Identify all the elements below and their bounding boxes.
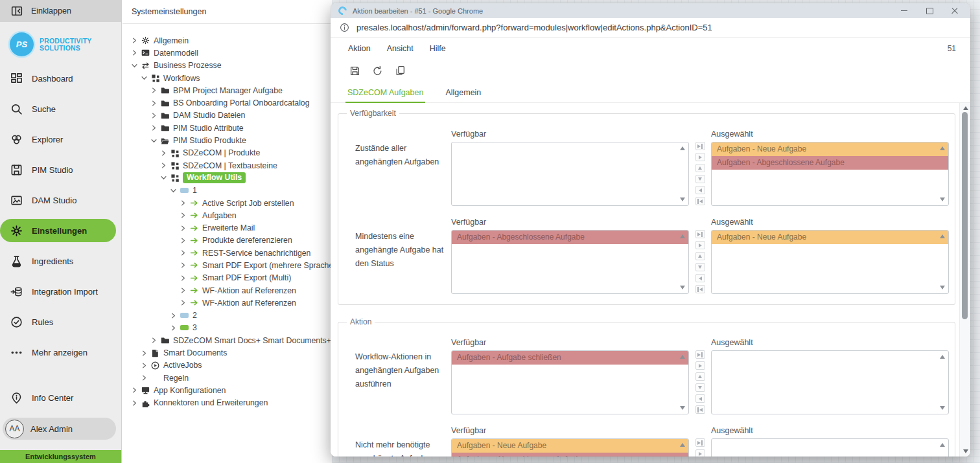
save-button[interactable] [346,63,363,80]
tree-node-wf-aktion-auf-referenzen[interactable]: WF-Aktion auf Referenzen [122,297,332,309]
move-right-button[interactable] [695,153,705,161]
minimize-button[interactable] [900,7,908,15]
chevron-right-icon[interactable] [180,300,186,306]
list-scroll-down-icon[interactable] [680,198,685,201]
tree-node-datenmodell[interactable]: Datenmodell [122,47,332,59]
menu-ansicht[interactable]: Ansicht [387,44,414,53]
chevron-right-icon[interactable] [151,337,157,343]
tree-node-sdzecom-produkte[interactable]: SDZeCOM | Produkte [122,147,332,159]
tree-node-workflow-utils[interactable]: Workflow Utils [122,172,332,184]
vertical-scrollbar[interactable] [959,103,970,457]
list-item[interactable]: Aufgaben - Abgeschlossene Aufgabe [452,453,688,457]
chevron-right-icon[interactable] [151,125,157,131]
list-item[interactable]: Aufgaben - Abgeschlossene Aufgabe [452,231,688,244]
move-all-left-button[interactable] [695,405,705,414]
list-scroll-up-icon[interactable] [680,443,685,447]
list-item[interactable]: Aufgaben - Aufgabe schließen [452,351,688,365]
move-down-button[interactable] [695,263,705,271]
tree-node-smart-pdf-export-multi[interactable]: Smart PDF Export (Multi) [122,272,332,284]
available-list[interactable]: Aufgaben - Aufgabe schließen [451,350,689,414]
list-scroll-up-icon[interactable] [940,146,945,150]
tree-node-workflows[interactable]: Workflows [122,72,332,84]
sidebar-item-dashboard[interactable]: Dashboard [0,67,116,90]
tree-node-wf-aktion-auf-referenzen[interactable]: WF-Aktion auf Referenzen [122,284,332,297]
tab-allgemein[interactable]: Allgemein [443,88,483,103]
move-all-right-button[interactable] [695,350,705,359]
list-item[interactable]: Aufgaben - Abgeschlossene Aufgabe [712,156,948,170]
move-up-button[interactable] [695,164,705,172]
url-bar[interactable]: presales.localhost/admin/forward.php?for… [331,18,970,38]
list-item[interactable]: Aufgaben - Neue Aufgabe [712,231,948,244]
sidebar-item-pim-studio[interactable]: PIM Studio [0,158,116,181]
move-left-button[interactable] [695,394,705,403]
list-item[interactable]: Aufgaben - Neue Aufgabe [452,439,688,453]
chevron-right-icon[interactable] [180,275,186,281]
collapse-button[interactable]: Einklappen [0,0,121,22]
chevron-right-icon[interactable] [141,350,147,356]
tree-node-pim-studio-produkte[interactable]: PIM Studio Produkte [122,134,332,146]
tree-node-sdzecom-smart-docs-smart-documents-element[interactable]: SDZeCOM Smart Docs+ Smart Documents+ Ele… [122,334,332,346]
tree-node-app-konfigurationen[interactable]: App Konfigurationen [122,384,332,396]
move-down-button[interactable] [695,175,705,183]
scroll-up-icon[interactable] [963,106,968,110]
selected-list[interactable]: Aufgaben - Neue Aufgabe [711,230,949,294]
list-scroll-down-icon[interactable] [940,198,945,201]
move-all-right-button[interactable] [695,142,705,150]
sidebar-item-integration-import[interactable]: Integration Import [0,280,116,303]
chevron-right-icon[interactable] [180,262,186,268]
move-left-button[interactable] [695,274,705,282]
list-scroll-up-icon[interactable] [680,234,685,238]
chevron-right-icon[interactable] [151,87,157,93]
chevron-right-icon[interactable] [180,250,186,256]
move-up-button[interactable] [695,372,705,381]
chevron-right-icon[interactable] [141,363,147,368]
chevron-right-icon[interactable] [132,50,137,56]
chevron-right-icon[interactable] [132,387,137,393]
chevron-right-icon[interactable] [161,163,167,168]
scrollbar-thumb[interactable] [962,112,968,319]
sidebar-item-info-center[interactable]: Info Center [0,387,121,409]
tab-sdzecom-aufgaben[interactable]: SDZeCOM Aufgaben [345,88,425,103]
tree-node-2[interactable]: 2 [122,310,332,322]
move-all-left-button[interactable] [695,285,705,293]
tree-node-bs-onboarding-portal-onboardcatalog[interactable]: BS Onboarding Portal Onboardcatalog [122,96,332,109]
close-button[interactable] [951,7,959,15]
selected-list[interactable]: Aufgaben - Neue AufgabeAufgaben - Abgesc… [711,142,949,206]
chevron-down-icon[interactable] [170,188,176,194]
move-right-button[interactable] [695,449,705,457]
chevron-right-icon[interactable] [141,375,147,381]
tree-node-bpm-project-manager-aufgabe[interactable]: BPM Project Manager Aufgabe [122,84,332,96]
sidebar-item-mehr-anzeigen[interactable]: Mehr anzeigen [0,341,116,364]
chevron-down-icon[interactable] [141,75,147,81]
list-scroll-up-icon[interactable] [940,234,945,238]
move-up-button[interactable] [695,252,705,260]
chevron-right-icon[interactable] [180,288,186,293]
chevron-right-icon[interactable] [151,113,157,119]
tree-node-business-prozesse[interactable]: Business Prozesse [122,60,332,72]
chevron-right-icon[interactable] [132,400,137,406]
user-chip[interactable]: AA Alex Admin [3,418,116,440]
chevron-right-icon[interactable] [170,325,176,331]
move-down-button[interactable] [695,383,705,392]
tree-node-dam-studio-dateien[interactable]: DAM Studio Dateien [122,109,332,122]
selected-list[interactable] [711,350,949,414]
move-left-button[interactable] [695,186,705,194]
chevron-down-icon[interactable] [132,63,137,69]
sidebar-item-einstellungen[interactable]: Einstellungen [0,219,116,242]
list-scroll-down-icon[interactable] [680,406,685,410]
list-scroll-down-icon[interactable] [940,286,945,289]
list-scroll-up-icon[interactable] [940,443,945,447]
chevron-right-icon[interactable] [180,212,186,218]
tree-node-1[interactable]: 1 [122,185,332,197]
menu-aktion[interactable]: Aktion [348,44,371,53]
chevron-right-icon[interactable] [132,38,137,43]
available-list[interactable]: Aufgaben - Neue AufgabeAufgaben - Abgesc… [451,438,689,457]
move-right-button[interactable] [695,241,705,249]
chevron-right-icon[interactable] [180,225,186,231]
move-all-right-button[interactable] [695,230,705,238]
tree-node-smart-pdf-export-mehrere-sprachen[interactable]: Smart PDF Export (mehrere Sprachen) [122,259,332,271]
tree-node-pim-studio-attribute[interactable]: PIM Studio Attribute [122,122,332,134]
move-right-button[interactable] [695,361,705,370]
tree-node-activejobs[interactable]: ActiveJobs [122,359,332,372]
refresh-button[interactable] [369,63,386,80]
